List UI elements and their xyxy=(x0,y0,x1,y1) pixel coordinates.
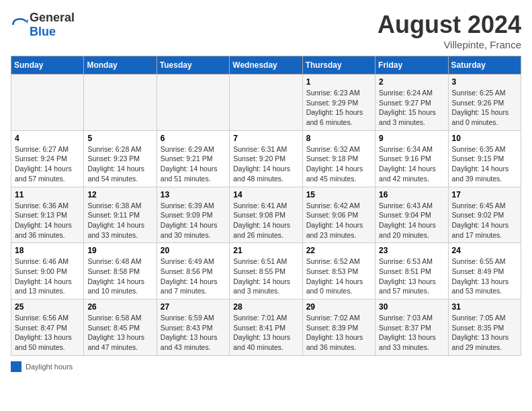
sunrise-text: Sunrise: 6:59 AM xyxy=(161,314,214,322)
daylight-text: Daylight: 14 hours and 39 minutes. xyxy=(452,165,509,183)
logo-general-text: General xyxy=(30,11,75,24)
sunrise-text: Sunrise: 6:42 AM xyxy=(306,201,360,210)
day-cell: 21 Sunrise: 6:51 AM Sunset: 8:55 PM Dayl… xyxy=(230,243,302,300)
day-cell: 11 Sunrise: 6:36 AM Sunset: 9:13 PM Dayl… xyxy=(11,187,84,243)
daylight-text: Daylight: 13 hours and 29 minutes. xyxy=(452,333,509,351)
day-cell: 24 Sunrise: 6:55 AM Sunset: 8:49 PM Dayl… xyxy=(448,243,521,300)
day-number: 28 xyxy=(233,302,298,312)
calendar-table: SundayMondayTuesdayWednesdayThursdayFrid… xyxy=(11,56,521,356)
sunset-text: Sunset: 8:43 PM xyxy=(161,324,213,332)
day-cell xyxy=(11,75,84,131)
daylight-text: Daylight: 14 hours and 13 minutes. xyxy=(15,277,72,295)
day-cell: 15 Sunrise: 6:42 AM Sunset: 9:06 PM Dayl… xyxy=(302,187,375,243)
daylight-text: Daylight: 14 hours and 10 minutes. xyxy=(87,277,144,295)
day-number: 22 xyxy=(306,246,371,255)
sunset-text: Sunset: 8:53 PM xyxy=(306,267,359,275)
day-cell: 22 Sunrise: 6:52 AM Sunset: 8:53 PM Dayl… xyxy=(302,243,375,300)
sunrise-text: Sunrise: 6:28 AM xyxy=(87,145,141,153)
sunrise-text: Sunrise: 6:35 AM xyxy=(452,145,506,153)
sunrise-text: Sunrise: 7:03 AM xyxy=(379,314,433,322)
daylight-text: Daylight: 14 hours and 30 minutes. xyxy=(161,221,218,239)
location-subtitle: Villepinte, France xyxy=(378,39,521,50)
sunrise-text: Sunrise: 6:56 AM xyxy=(15,314,69,322)
page-header: General Blue August 2024 Villepinte, Fra… xyxy=(11,11,521,50)
sunrise-text: Sunrise: 6:55 AM xyxy=(452,257,506,265)
sunrise-text: Sunrise: 6:38 AM xyxy=(87,201,141,210)
weekday-header-tuesday: Tuesday xyxy=(157,56,229,75)
daylight-text: Daylight: 13 hours and 53 minutes. xyxy=(452,277,509,295)
sunrise-text: Sunrise: 6:29 AM xyxy=(161,145,214,153)
day-number: 20 xyxy=(161,246,226,255)
day-cell: 31 Sunrise: 7:05 AM Sunset: 8:35 PM Dayl… xyxy=(448,300,521,356)
daylight-text: Daylight: 13 hours and 36 minutes. xyxy=(306,333,363,351)
week-row-1: 1 Sunrise: 6:23 AM Sunset: 9:29 PM Dayli… xyxy=(11,75,521,131)
title-block: August 2024 Villepinte, France xyxy=(378,11,521,50)
day-cell: 3 Sunrise: 6:25 AM Sunset: 9:26 PM Dayli… xyxy=(448,75,521,131)
sunrise-text: Sunrise: 6:32 AM xyxy=(306,145,360,153)
sunset-text: Sunset: 8:56 PM xyxy=(161,267,213,275)
day-cell: 6 Sunrise: 6:29 AM Sunset: 9:21 PM Dayli… xyxy=(157,130,229,187)
day-number: 16 xyxy=(379,190,444,199)
sunset-text: Sunset: 8:51 PM xyxy=(379,267,431,275)
day-cell xyxy=(84,75,157,131)
day-number: 27 xyxy=(161,302,226,312)
sunrise-text: Sunrise: 6:27 AM xyxy=(15,145,69,153)
sunset-text: Sunset: 8:35 PM xyxy=(452,324,504,332)
sunrise-text: Sunrise: 6:36 AM xyxy=(15,201,69,210)
sunrise-text: Sunrise: 6:43 AM xyxy=(379,201,433,210)
day-number: 29 xyxy=(306,302,371,312)
day-cell: 2 Sunrise: 6:24 AM Sunset: 9:27 PM Dayli… xyxy=(375,75,448,131)
daylight-text: Daylight: 14 hours and 23 minutes. xyxy=(306,221,363,239)
day-number: 11 xyxy=(15,190,80,199)
weekday-header-wednesday: Wednesday xyxy=(230,56,302,75)
sunset-text: Sunset: 8:45 PM xyxy=(87,324,140,332)
daylight-text: Daylight: 15 hours and 0 minutes. xyxy=(452,108,509,126)
logo-icon xyxy=(11,15,30,34)
sunrise-text: Sunrise: 7:02 AM xyxy=(306,314,360,322)
day-number: 7 xyxy=(233,134,298,143)
day-number: 5 xyxy=(87,134,152,143)
day-number: 13 xyxy=(161,190,226,199)
sunrise-text: Sunrise: 6:46 AM xyxy=(15,257,69,265)
sunrise-text: Sunrise: 6:53 AM xyxy=(379,257,433,265)
day-number: 19 xyxy=(87,246,152,255)
sunset-text: Sunset: 9:08 PM xyxy=(233,211,285,219)
daylight-text: Daylight: 14 hours and 33 minutes. xyxy=(87,221,144,239)
day-number: 8 xyxy=(306,134,371,143)
month-title: August 2024 xyxy=(378,11,521,39)
week-row-5: 25 Sunrise: 6:56 AM Sunset: 8:47 PM Dayl… xyxy=(11,300,521,356)
day-number: 12 xyxy=(87,190,152,199)
daylight-text: Daylight: 13 hours and 50 minutes. xyxy=(15,333,72,351)
sunset-text: Sunset: 8:37 PM xyxy=(379,324,431,332)
daylight-text: Daylight: 14 hours and 48 minutes. xyxy=(233,165,290,183)
daylight-text: Daylight: 13 hours and 57 minutes. xyxy=(379,277,436,295)
day-cell: 30 Sunrise: 7:03 AM Sunset: 8:37 PM Dayl… xyxy=(375,300,448,356)
day-number: 1 xyxy=(306,77,371,87)
daylight-text: Daylight: 14 hours and 3 minutes. xyxy=(233,277,290,295)
day-cell xyxy=(157,75,229,131)
day-cell: 19 Sunrise: 6:48 AM Sunset: 8:58 PM Dayl… xyxy=(84,243,157,300)
sunrise-text: Sunrise: 6:58 AM xyxy=(87,314,141,322)
weekday-header-saturday: Saturday xyxy=(448,56,521,75)
sunset-text: Sunset: 8:39 PM xyxy=(306,324,359,332)
day-cell: 23 Sunrise: 6:53 AM Sunset: 8:51 PM Dayl… xyxy=(375,243,448,300)
day-cell: 5 Sunrise: 6:28 AM Sunset: 9:23 PM Dayli… xyxy=(84,130,157,187)
sunset-text: Sunset: 9:02 PM xyxy=(452,211,504,219)
day-cell: 12 Sunrise: 6:38 AM Sunset: 9:11 PM Dayl… xyxy=(84,187,157,243)
sunrise-text: Sunrise: 6:48 AM xyxy=(87,257,141,265)
sunset-text: Sunset: 9:26 PM xyxy=(452,99,504,107)
day-cell: 17 Sunrise: 6:45 AM Sunset: 9:02 PM Dayl… xyxy=(448,187,521,243)
weekday-header-friday: Friday xyxy=(375,56,448,75)
daylight-text: Daylight: 13 hours and 40 minutes. xyxy=(233,333,290,351)
day-number: 24 xyxy=(452,246,517,255)
day-cell: 28 Sunrise: 7:01 AM Sunset: 8:41 PM Dayl… xyxy=(230,300,302,356)
sunrise-text: Sunrise: 6:51 AM xyxy=(233,257,287,265)
day-number: 18 xyxy=(15,246,80,255)
sunset-text: Sunset: 9:27 PM xyxy=(379,99,431,107)
sunset-text: Sunset: 9:09 PM xyxy=(161,211,213,219)
sunrise-text: Sunrise: 6:24 AM xyxy=(379,89,433,97)
daylight-text: Daylight: 14 hours and 17 minutes. xyxy=(452,221,509,239)
day-cell: 18 Sunrise: 6:46 AM Sunset: 9:00 PM Dayl… xyxy=(11,243,84,300)
day-cell: 13 Sunrise: 6:39 AM Sunset: 9:09 PM Dayl… xyxy=(157,187,229,243)
day-cell: 1 Sunrise: 6:23 AM Sunset: 9:29 PM Dayli… xyxy=(302,75,375,131)
